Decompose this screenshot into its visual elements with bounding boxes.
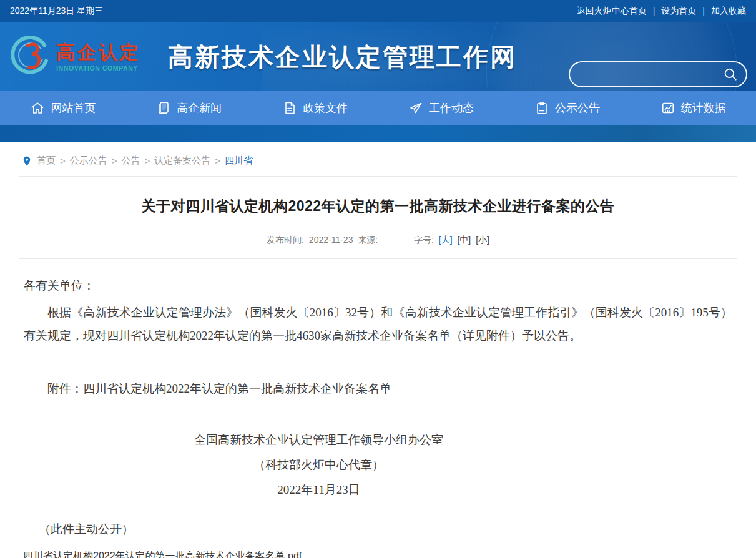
search-icon	[722, 66, 739, 82]
nav-item-work-updates[interactable]: 工作动态	[378, 91, 504, 125]
breadcrumb: 首页 > 公示公告 > 公告 > 认定备案公告 > 四川省	[19, 142, 737, 177]
font-size-label: 字号:	[414, 235, 434, 245]
breadcrumb-separator: >	[215, 155, 220, 166]
attachment-line: 附件：四川省认定机构2022年认定的第一批高新技术企业备案名单	[24, 377, 732, 400]
location-pin-icon	[21, 155, 32, 167]
clipboard-icon	[534, 100, 549, 115]
breadcrumb-item-home[interactable]: 首页	[37, 155, 56, 167]
topbar-divider: |	[653, 6, 655, 16]
nav-label: 政策文件	[303, 100, 348, 115]
logo-en-text: INNOVATION COMPANY	[56, 64, 141, 72]
font-size-large-button[interactable]: [大]	[439, 235, 453, 245]
logo-text: 高企认定 INNOVATION COMPANY	[56, 42, 141, 72]
site-header-banner: 高企认定 INNOVATION COMPANY 高新技术企业认定管理工作网	[0, 22, 756, 91]
nav-item-announcements[interactable]: 公示公告	[504, 91, 630, 125]
search-button[interactable]	[722, 66, 739, 82]
set-homepage-link[interactable]: 设为首页	[661, 6, 696, 17]
topbar-divider: |	[702, 6, 705, 16]
breadcrumb-separator: >	[112, 155, 117, 166]
nav-label: 统计数据	[681, 100, 726, 115]
signature-date: 2022年11月23日	[24, 477, 614, 502]
signature-seal-note: （科技部火炬中心代章）	[24, 453, 614, 477]
topbar-links: 返回火炬中心首页 | 设为首页 | 加入收藏	[577, 6, 746, 17]
breadcrumb-current-sichuan[interactable]: 四川省	[225, 155, 253, 167]
nav-label: 公示公告	[555, 100, 600, 115]
breadcrumb-item-announcements[interactable]: 公示公告	[70, 155, 107, 167]
main-navigation: 网站首页 高企新闻 政策文件 工作动态 公示公告	[0, 91, 756, 125]
nav-label: 网站首页	[51, 100, 96, 115]
nav-label: 工作动态	[429, 100, 474, 115]
current-date: 2022年11月23日 星期三	[10, 6, 103, 17]
article-meta: 发布时间: 2022-11-23 来源: 字号: [大] [中] [小]	[19, 235, 737, 246]
salutation: 各有关单位：	[24, 274, 732, 297]
publish-time-label: 发布时间:	[267, 235, 304, 245]
logo-cn-text: 高企认定	[56, 42, 141, 62]
publish-date: 2022-11-23	[309, 235, 353, 245]
top-utility-bar: 2022年11月23日 星期三 返回火炬中心首页 | 设为首页 | 加入收藏	[0, 0, 756, 22]
banner-bottom-band	[0, 125, 756, 142]
page-title: 关于对四川省认定机构2022年认定的第一批高新技术企业进行备案的公告	[19, 197, 737, 216]
site-title: 高新技术企业认定管理工作网	[168, 40, 517, 74]
bar-chart-icon	[660, 100, 675, 115]
body-paragraph: 根据《高新技术企业认定管理办法》（国科发火〔2016〕32号）和《高新技术企业认…	[24, 301, 732, 347]
attachment-pdf-link[interactable]: 四川省认定机构2022年认定的第一批高新技术企业备案名单.pdf	[23, 549, 756, 558]
breadcrumb-separator: >	[145, 155, 150, 166]
nav-label: 高企新闻	[177, 100, 222, 115]
font-size-medium-button[interactable]: [中]	[457, 235, 471, 245]
breadcrumb-item-notice[interactable]: 公告	[122, 155, 140, 167]
news-icon	[156, 100, 171, 115]
nav-item-policy[interactable]: 政策文件	[252, 91, 378, 125]
header-separator	[155, 41, 155, 73]
font-size-small-button[interactable]: [小]	[476, 235, 489, 245]
nav-item-home[interactable]: 网站首页	[0, 91, 126, 125]
disclosure-note: （此件主动公开）	[39, 517, 732, 541]
site-logo[interactable]: 高企认定 INNOVATION COMPANY	[7, 34, 141, 80]
article-body: 各有关单位： 根据《高新技术企业认定管理办法》（国科发火〔2016〕32号）和《…	[24, 259, 732, 541]
source-label: 来源:	[358, 235, 378, 245]
paper-plane-icon	[408, 100, 423, 115]
signature-block: 全国高新技术企业认定管理工作领导小组办公室 （科技部火炬中心代章） 2022年1…	[24, 428, 732, 502]
nav-item-statistics[interactable]: 统计数据	[630, 91, 756, 125]
add-favorite-link[interactable]: 加入收藏	[711, 6, 746, 17]
signature-office: 全国高新技术企业认定管理工作领导小组办公室	[24, 428, 614, 453]
breadcrumb-separator: >	[60, 155, 66, 166]
search-input[interactable]	[581, 68, 722, 81]
document-icon	[282, 100, 297, 115]
breadcrumb-item-filing-notice[interactable]: 认定备案公告	[154, 155, 210, 167]
logo-swirl-icon	[7, 34, 54, 80]
search-box[interactable]	[569, 61, 747, 87]
article-header: 关于对四川省认定机构2022年认定的第一批高新技术企业进行备案的公告 发布时间:…	[19, 177, 737, 259]
nav-item-news[interactable]: 高企新闻	[126, 91, 252, 125]
back-to-torch-home-link[interactable]: 返回火炬中心首页	[577, 6, 647, 17]
home-icon	[30, 100, 45, 115]
